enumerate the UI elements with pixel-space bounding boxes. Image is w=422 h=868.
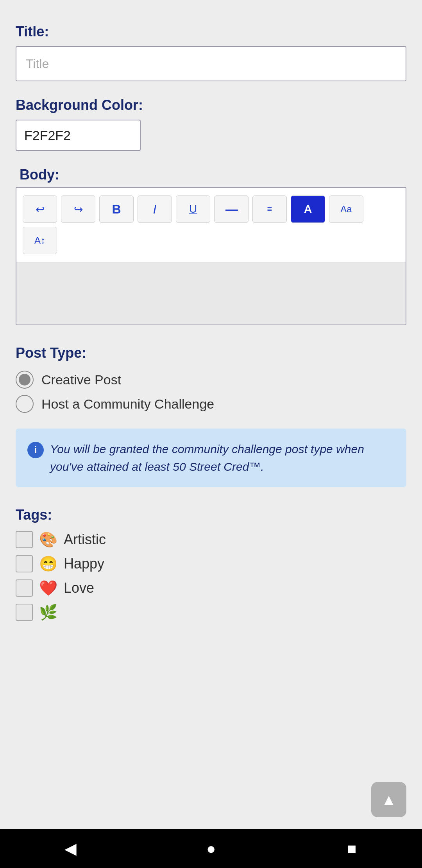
tag-label-love: Love	[64, 580, 94, 596]
body-section: Body: ↩ ↪ B I U —	[16, 167, 406, 325]
bg-color-section: Background Color:	[16, 97, 406, 151]
tag-label-artistic: Artistic	[64, 531, 106, 548]
info-text: You will be granted the community challe…	[50, 440, 395, 475]
tag-checkbox-happy[interactable]	[16, 555, 33, 572]
undo-button[interactable]: ↩	[23, 195, 57, 223]
tag-item-artistic[interactable]: 🎨 Artistic	[16, 531, 406, 548]
bg-color-input[interactable]	[16, 120, 141, 151]
tag-emoji-happy: 😁	[39, 555, 57, 572]
font-size-button[interactable]: A↕	[23, 227, 57, 254]
tag-item-love[interactable]: ❤️ Love	[16, 579, 406, 597]
tag-checkbox-love[interactable]	[16, 579, 33, 597]
tags-label: Tags:	[16, 507, 406, 523]
radio-option-community[interactable]: Host a Community Challenge	[16, 395, 406, 413]
square-icon: ■	[347, 840, 356, 857]
editor-toolbar: ↩ ↪ B I U — ≡	[16, 188, 406, 262]
tag-checkbox-extra[interactable]	[16, 604, 33, 621]
nav-square-button[interactable]: ■	[336, 833, 367, 864]
title-section: Title:	[16, 23, 406, 81]
home-icon: ●	[206, 840, 216, 857]
tag-emoji-love: ❤️	[39, 579, 57, 597]
radio-circle-community[interactable]	[16, 395, 34, 413]
tag-emoji-artistic: 🎨	[39, 531, 57, 548]
align-button[interactable]: ≡	[252, 195, 287, 223]
font-case-button[interactable]: Aa	[329, 195, 363, 223]
title-label: Title:	[16, 23, 406, 40]
editor-content-area[interactable]	[16, 262, 406, 325]
radio-inner-creative	[19, 374, 30, 386]
radio-option-creative[interactable]: Creative Post	[16, 371, 406, 389]
tags-section: Tags: 🎨 Artistic 😁 Happy ❤️ Love 🌿	[16, 507, 406, 621]
info-box: i You will be granted the community chal…	[16, 429, 406, 487]
info-icon: i	[27, 442, 44, 458]
nav-back-button[interactable]: ◀	[55, 833, 86, 864]
tag-label-happy: Happy	[64, 556, 104, 572]
tag-checkbox-artistic[interactable]	[16, 531, 33, 548]
post-type-label: Post Type:	[16, 345, 406, 361]
underline-button[interactable]: U	[176, 195, 210, 223]
tag-item-happy[interactable]: 😁 Happy	[16, 555, 406, 572]
nav-bar: ◀ ● ■	[0, 829, 422, 868]
scroll-top-button[interactable]: ▲	[371, 782, 406, 817]
redo-button[interactable]: ↪	[61, 195, 95, 223]
radio-label-creative: Creative Post	[41, 372, 121, 387]
radio-label-community: Host a Community Challenge	[41, 396, 214, 412]
title-input[interactable]	[16, 46, 406, 81]
post-type-section: Post Type: Creative Post Host a Communit…	[16, 345, 406, 413]
font-color-button[interactable]: A	[291, 195, 325, 223]
tag-item-extra[interactable]: 🌿	[16, 604, 406, 621]
radio-circle-creative[interactable]	[16, 371, 34, 389]
bg-color-label: Background Color:	[16, 97, 406, 113]
italic-button[interactable]: I	[138, 195, 172, 223]
scroll-top-icon: ▲	[381, 791, 397, 809]
body-editor[interactable]: ↩ ↪ B I U — ≡	[16, 187, 406, 325]
back-icon: ◀	[64, 839, 77, 857]
body-label: Body:	[20, 167, 406, 183]
nav-home-button[interactable]: ●	[195, 833, 227, 864]
tag-emoji-extra: 🌿	[39, 604, 57, 621]
dash-button[interactable]: —	[214, 195, 249, 223]
bold-button[interactable]: B	[99, 195, 134, 223]
